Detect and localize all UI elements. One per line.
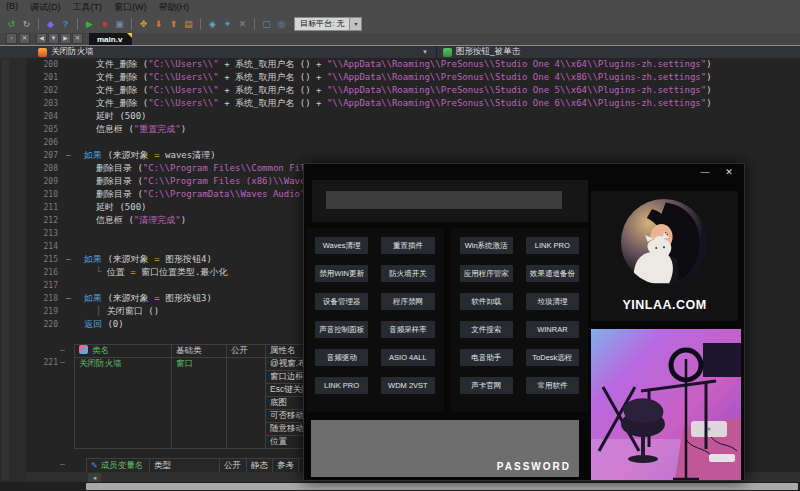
line-number: 213 xyxy=(26,229,66,238)
run-icon[interactable]: ▶ xyxy=(83,18,96,31)
dock-close-icon[interactable]: ✕ xyxy=(19,33,30,44)
line-number-221: 221 xyxy=(28,358,58,367)
firewall-class-icon xyxy=(38,48,47,57)
import-icon[interactable]: ⬇ xyxy=(152,18,165,31)
package-icon[interactable]: ▤ xyxy=(182,18,195,31)
fold-marker[interactable]: — xyxy=(60,460,65,469)
tool-button[interactable]: 设备管理器 xyxy=(315,293,368,310)
menu-help[interactable]: 帮助(H) xyxy=(159,1,190,14)
tool-button[interactable]: 常用软件 xyxy=(526,377,579,394)
tool-button[interactable]: 文件搜索 xyxy=(460,321,513,338)
chevron-down-icon[interactable]: ▼ xyxy=(422,49,428,55)
base-class-cell[interactable]: 窗口 xyxy=(172,358,227,449)
scrollbar-thumb[interactable] xyxy=(86,483,798,490)
target-platform-dropdown[interactable]: 目标平台: 无 ▾ xyxy=(294,17,362,31)
column-header: 公开 xyxy=(227,345,266,358)
tool-button[interactable]: Win系统激活 xyxy=(460,237,513,254)
deploy-icon[interactable]: ✦ xyxy=(221,18,234,31)
menu-window[interactable]: 窗口(W) xyxy=(114,1,147,14)
fold-marker[interactable]: — xyxy=(60,346,65,355)
method-selector[interactable]: 图形按钮_被单击 xyxy=(436,46,800,58)
tab-scroll-left-icon[interactable]: ◀ xyxy=(36,33,47,44)
line-number: 209 xyxy=(26,177,66,186)
build-icon[interactable]: ◈ xyxy=(206,18,219,31)
stop-icon[interactable]: ■ xyxy=(98,18,111,31)
code-line[interactable]: 204延时 (500) xyxy=(26,110,800,123)
code-text: 文件_删除 ("C:\\Users\\" + 系统_取用户名 () + "\\A… xyxy=(80,58,712,71)
tool-button[interactable]: ToDesk远程 xyxy=(526,349,579,366)
code-line[interactable]: 200文件_删除 ("C:\\Users\\" + 系统_取用户名 () + "… xyxy=(26,58,800,71)
line-number: 202 xyxy=(26,86,66,95)
tool-button[interactable]: WINRAR xyxy=(526,321,579,338)
tab-list-icon[interactable]: ▼ xyxy=(48,33,59,44)
code-line[interactable]: 202文件_删除 ("C:\\Users\\" + 系统_取用户名 () + "… xyxy=(26,84,800,97)
tab-main-v[interactable]: main.v xyxy=(89,33,132,45)
menu-debug[interactable]: 调试(D) xyxy=(30,1,61,14)
clean-icon[interactable]: ✕ xyxy=(236,18,249,31)
search-icon[interactable]: ◎ xyxy=(275,18,288,31)
menu-bar: (B)调试(D)工具(T)窗口(W)帮助(H) xyxy=(0,0,800,15)
tool-button[interactable]: 禁用WIN更新 xyxy=(315,265,368,282)
tool-button[interactable]: ASIO 4ALL xyxy=(381,349,434,366)
fold-marker[interactable]: — xyxy=(60,358,65,367)
code-text: 文件_删除 ("C:\\Users\\" + 系统_取用户名 () + "\\A… xyxy=(80,97,712,110)
class-name-cell[interactable]: 关闭防火墙 xyxy=(75,358,172,449)
tool-button[interactable]: 程序禁网 xyxy=(381,293,434,310)
studio-photo xyxy=(591,329,741,480)
code-text: 如果 (来源对象 = 图形按钮3) xyxy=(80,292,212,305)
menu-tools[interactable]: 工具(T) xyxy=(73,1,103,14)
code-text: │ 关闭窗口 () xyxy=(80,305,159,318)
tool-button[interactable]: 效果通道备份 xyxy=(526,265,579,282)
tool-button[interactable]: 电音助手 xyxy=(460,349,513,366)
tool-button[interactable]: Waves清理 xyxy=(315,237,368,254)
tool-button[interactable]: 声音控制面板 xyxy=(315,321,368,338)
fold-marker[interactable]: — xyxy=(66,255,80,264)
code-line[interactable]: 203文件_删除 ("C:\\Users\\" + 系统_取用户名 () + "… xyxy=(26,97,800,110)
password-panel[interactable]: PASSWORD xyxy=(311,420,579,477)
window-panel-icon[interactable]: ▢ xyxy=(260,18,273,31)
code-line[interactable]: 201文件_删除 ("C:\\Users\\" + 系统_取用户名 () + "… xyxy=(26,71,800,84)
studio-photo-image xyxy=(591,329,741,480)
tab-scroll-right-icon[interactable]: ▶ xyxy=(60,33,71,44)
tool-button[interactable]: 垃圾清理 xyxy=(526,293,579,310)
class-selector[interactable]: 关闭防火墙 ▼ xyxy=(0,46,436,58)
tool-button[interactable]: 重置插件 xyxy=(381,237,434,254)
code-line[interactable]: 205信息框 ("重置完成") xyxy=(26,123,800,136)
minimize-button[interactable]: — xyxy=(698,166,712,178)
tab-label: main.v xyxy=(97,35,122,44)
tool-button[interactable]: 音频采样率 xyxy=(381,321,434,338)
fold-marker[interactable]: — xyxy=(66,151,80,160)
tool-button[interactable]: 防火墙开关 xyxy=(381,265,434,282)
tool-button[interactable]: 软件卸载 xyxy=(460,293,513,310)
scroll-left-icon[interactable]: ◂ xyxy=(88,473,101,482)
input-panel xyxy=(312,180,588,222)
tool-button[interactable]: 应用程序管家 xyxy=(460,265,513,282)
tool-button[interactable]: LINK PRO xyxy=(315,377,368,394)
tool-button[interactable]: WDM 2VST xyxy=(381,377,434,394)
undo-icon[interactable]: ↺ xyxy=(5,18,18,31)
left-dock-strip[interactable] xyxy=(0,58,27,491)
hand-icon[interactable]: ✥ xyxy=(137,18,150,31)
help-icon[interactable]: ? xyxy=(59,18,72,31)
password-input[interactable] xyxy=(326,191,562,209)
export-icon[interactable]: ⬆ xyxy=(167,18,180,31)
chevron-down-icon[interactable]: ▾ xyxy=(350,17,362,31)
modules-icon[interactable]: ◆ xyxy=(44,18,57,31)
debug-view-icon[interactable]: ▣ xyxy=(113,18,126,31)
public-cell[interactable] xyxy=(227,358,266,449)
code-line[interactable]: 207—如果 (来源对象 = waves清理) xyxy=(26,149,800,162)
tool-button[interactable]: 声卡官网 xyxy=(460,377,513,394)
redo-icon[interactable]: ↻ xyxy=(20,18,33,31)
close-button[interactable]: ✕ xyxy=(722,166,736,178)
tool-button[interactable]: 音频驱动 xyxy=(315,349,368,366)
line-number: 201 xyxy=(26,73,66,82)
tab-close-icon[interactable]: ✕ xyxy=(72,33,83,44)
tool-button[interactable]: LINK PRO xyxy=(526,237,579,254)
line-number: 208 xyxy=(26,164,66,173)
member-variable-header: ✎成员变量名类型公开静态参考初始值 xyxy=(86,458,334,473)
code-line[interactable]: 206 xyxy=(26,136,800,149)
fold-marker[interactable]: — xyxy=(66,294,80,303)
code-text: 如果 (来源对象 = 图形按钮4) xyxy=(80,253,212,266)
menu-fragment[interactable]: (B) xyxy=(6,1,18,14)
dock-pin-icon[interactable]: ▫ xyxy=(6,33,17,44)
